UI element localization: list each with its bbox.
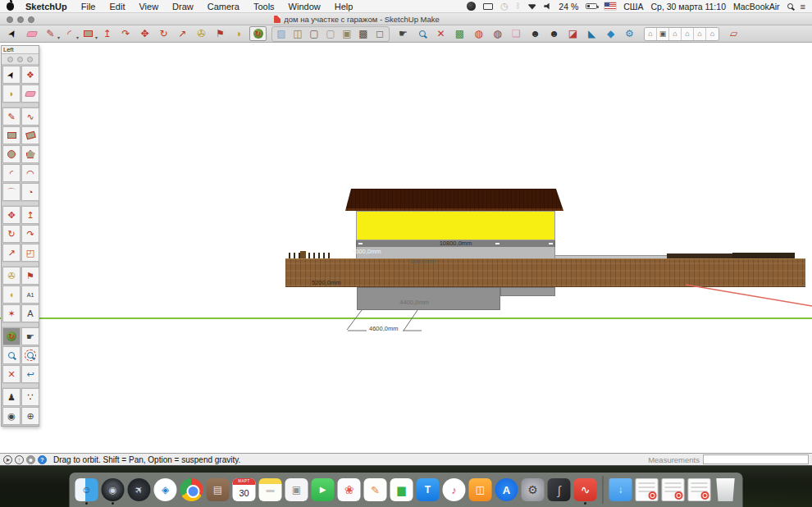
model-roof[interactable] — [343, 189, 565, 211]
line-tool-icon[interactable]: ✎▾ — [42, 26, 59, 41]
menu-draw[interactable]: Draw — [172, 2, 194, 11]
menu-bar-clock[interactable]: Ср, 30 марта 11:10 — [651, 2, 726, 11]
swirl-icon[interactable] — [467, 2, 476, 11]
wifi-icon[interactable] — [527, 3, 536, 10]
dock-item-game-app[interactable]: ◉ — [101, 474, 125, 505]
x-ray-tool-icon[interactable]: ▨ — [273, 26, 290, 41]
components-tool-icon[interactable]: ◆ — [602, 26, 619, 41]
tool-zoom-extents[interactable]: ✕ — [2, 365, 21, 383]
window-title-bar[interactable]: дом на участке с гаражом - SketchUp Make — [0, 13, 812, 25]
tool-move[interactable]: ✥ — [2, 206, 21, 224]
back-edges-tool-icon[interactable]: ◫ — [290, 26, 306, 41]
rectangle-tool-icon[interactable]: ▾ — [80, 26, 97, 41]
tool-zoom[interactable] — [2, 346, 21, 364]
palette-zoom-button[interactable] — [27, 57, 33, 62]
input-language[interactable]: США — [623, 2, 643, 11]
model-canvas[interactable]: 10800,0mm 5000,0mm 188,0mm 5200,0mm 4400… — [0, 43, 812, 453]
wireframe-tool-icon[interactable]: ▢ — [306, 26, 322, 41]
account-status-icon[interactable]: ☻ — [26, 455, 35, 464]
tool-turn[interactable]: ⊕ — [21, 407, 39, 425]
dropdown-caret-icon[interactable]: ▾ — [95, 35, 98, 40]
tool-offset[interactable]: ◰ — [21, 244, 39, 262]
dock-item-keynote[interactable]: T — [416, 474, 440, 505]
list-icon[interactable]: ≡ — [801, 2, 805, 11]
eraser-tool-icon[interactable] — [23, 26, 40, 41]
clock-icon[interactable]: ◷ — [500, 2, 509, 11]
pan-tool-icon[interactable]: ☛ — [395, 26, 412, 41]
paint-bucket-tool-icon[interactable]: ◗ — [230, 26, 248, 41]
dock-item-safari[interactable]: ◈ — [153, 474, 178, 505]
dock-item-skp-file-1[interactable] — [635, 474, 659, 505]
help-status-icon[interactable]: ? — [38, 455, 47, 464]
dock-item-photos[interactable]: ❀ — [337, 474, 362, 505]
battery-icon[interactable] — [586, 3, 597, 9]
people-tool-icon[interactable]: ☻ — [545, 26, 563, 41]
tool-3d-text[interactable]: A — [21, 304, 39, 322]
tool-rectangle[interactable] — [2, 126, 21, 144]
flag-icon[interactable] — [604, 2, 616, 10]
menu-edit[interactable]: Edit — [109, 2, 125, 11]
menu-file[interactable]: File — [81, 2, 96, 11]
menu-help[interactable]: Help — [335, 2, 354, 11]
component-options-tool-icon[interactable]: ◪ — [564, 26, 582, 41]
menu-window[interactable]: Window — [289, 2, 321, 11]
palette-minimize-button[interactable] — [17, 57, 23, 62]
tool-follow-me[interactable]: ↷ — [21, 225, 39, 243]
tool-look-around[interactable]: ◉ — [2, 407, 21, 425]
dock-item-app-store[interactable]: A — [495, 474, 519, 505]
tool-tape-measure[interactable]: ✇ — [2, 267, 21, 285]
rotate-tool-icon[interactable]: ↻ — [155, 26, 172, 41]
tool-line[interactable]: ✎ — [2, 107, 21, 126]
tool-eraser[interactable] — [21, 84, 39, 103]
section-plane-tool-icon[interactable]: ▱ — [725, 26, 742, 41]
dock-item-downloads-folder[interactable]: ↓ — [609, 474, 633, 505]
instructor-tool-icon[interactable]: ◣ — [583, 26, 600, 41]
palette-title[interactable]: Left — [2, 46, 39, 54]
preferences-tool-icon[interactable]: ⚙ — [621, 26, 638, 41]
volume-icon[interactable] — [544, 3, 551, 10]
dock-item-ibooks[interactable]: ◫ — [468, 474, 493, 505]
tool-scale[interactable]: ↗ — [2, 244, 21, 262]
dock-item-launchpad[interactable]: ✈ — [127, 474, 152, 505]
dock-item-pages[interactable]: ✎ — [363, 474, 388, 505]
dock-item-contacts[interactable]: ▤ — [206, 474, 230, 505]
geolocation-status-icon[interactable]: ➤ — [3, 455, 12, 464]
model-ground-plane[interactable] — [285, 258, 805, 287]
left-view-button[interactable]: ⌂ — [706, 28, 718, 40]
search-icon[interactable] — [787, 3, 793, 9]
dock-item-trash[interactable] — [714, 474, 738, 505]
dock-item-finder[interactable]: ☺ — [75, 474, 99, 505]
tool-push-pull[interactable]: ↥ — [21, 206, 39, 224]
tool-two-point-arc[interactable]: ◠ — [21, 164, 39, 182]
move-tool-icon[interactable]: ✥ — [136, 26, 153, 41]
back-view-button[interactable]: ⌂ — [694, 28, 706, 40]
model-wall-yellow[interactable] — [356, 211, 555, 240]
tool-circle[interactable] — [2, 145, 21, 163]
dock-item-sketchup[interactable]: ∿ — [573, 474, 598, 505]
add-people-tool-icon[interactable]: ☻ — [527, 26, 544, 41]
tool-rotated-rectangle[interactable] — [21, 126, 39, 144]
arc-tool-icon[interactable]: ◜▾ — [61, 26, 78, 41]
orbit-tool-icon[interactable] — [249, 26, 267, 41]
tool-freehand[interactable]: ∿ — [21, 107, 39, 126]
dock-item-skp-file-3[interactable] — [687, 474, 712, 505]
menu-view[interactable]: View — [139, 2, 158, 11]
model-base-band[interactable] — [356, 247, 555, 258]
model-foundation-step[interactable] — [500, 287, 555, 296]
tool-previous-view[interactable]: ↩ — [21, 365, 39, 383]
tool-orbit[interactable] — [2, 327, 21, 345]
tool-pie[interactable]: ◔ — [21, 183, 39, 201]
claim-status-icon[interactable]: ↑ — [15, 455, 24, 464]
dropdown-caret-icon[interactable]: ▾ — [76, 35, 79, 40]
get-models-tool-icon[interactable]: ◍ — [470, 26, 487, 41]
tape-measure-tool-icon[interactable]: ✇ — [193, 26, 210, 41]
tool-position-camera[interactable]: ♟ — [2, 388, 21, 406]
right-view-button[interactable]: ⌂ — [682, 28, 694, 40]
tool-three-point-arc[interactable]: ⌒ — [2, 183, 21, 201]
top-view-button[interactable]: ▣ — [657, 28, 669, 40]
iso-view-button[interactable]: ⌂ — [645, 28, 657, 40]
warehouse-share-tool-icon[interactable]: ◍ — [489, 26, 506, 41]
menu-camera[interactable]: Camera — [208, 2, 239, 11]
dock-item-garageband[interactable]: ∫ — [547, 474, 572, 505]
add-location-tool-icon[interactable]: ▩ — [451, 26, 468, 41]
